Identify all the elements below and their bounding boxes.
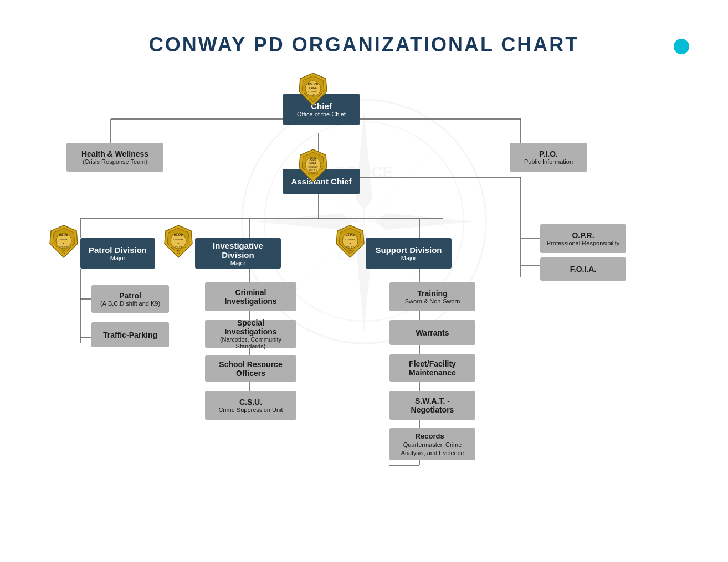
special-inv-box: Special Investigations (Narcotics, Commu… <box>205 320 296 348</box>
svg-text:AR: AR <box>311 172 315 175</box>
svg-text:ASST.: ASST. <box>310 158 317 161</box>
svg-text:AR: AR <box>177 249 180 252</box>
support-div-box: Support Division Major <box>366 238 452 269</box>
patrol-box: Patrol (A,B,C,D shift and K9) <box>91 285 169 313</box>
svg-text:CONWAY: CONWAY <box>308 166 318 168</box>
svg-text:AR: AR <box>62 249 65 252</box>
foia-box: F.O.I.A. <box>540 257 626 281</box>
svg-text:CHIEF: CHIEF <box>309 162 317 164</box>
health-wellness-box: Health & Wellness (Crisis Response Team) <box>66 143 163 172</box>
svg-text:CONWAY: CONWAY <box>345 238 355 241</box>
teal-dot <box>674 39 689 54</box>
records-box: Records – Quartermaster, Crime Analysis,… <box>389 428 475 460</box>
patrol-div-box: Patrol Division Major <box>80 238 155 269</box>
svg-text:MAJOR: MAJOR <box>59 234 69 237</box>
svg-text:POLICE: POLICE <box>60 246 68 249</box>
svg-text:POLICE: POLICE <box>175 246 183 249</box>
org-chart-lines <box>0 66 728 562</box>
page-title: CONWAY PD ORGANIZATIONAL CHART <box>0 0 728 68</box>
svg-text:★: ★ <box>177 243 180 245</box>
chart-container: POLICE CHIEF CONWAY AR Chief Office of t… <box>0 66 728 562</box>
opr-box: O.P.R. Professional Responsibility <box>540 224 626 253</box>
svg-text:★: ★ <box>349 243 351 245</box>
svg-text:AR: AR <box>311 94 315 96</box>
traffic-parking-box: Traffic-Parking <box>91 322 169 347</box>
svg-text:MAJOR: MAJOR <box>346 234 355 237</box>
svg-text:CONWAY: CONWAY <box>173 238 183 241</box>
svg-text:POLICE: POLICE <box>309 169 317 172</box>
school-resource-box: School Resource Officers <box>205 355 296 382</box>
svg-text:★: ★ <box>63 243 65 245</box>
svg-text:POLICE: POLICE <box>346 246 355 249</box>
criminal-inv-box: Criminal Investigations <box>205 282 296 311</box>
training-box: Training Sworn & Non-Sworn <box>389 282 475 311</box>
support-badge: MAJOR CONWAY ★ POLICE AR <box>335 224 370 263</box>
pio-box: P.I.O. Public Information <box>510 143 587 172</box>
svg-text:MAJOR: MAJOR <box>174 234 183 237</box>
investigative-badge: MAJOR CONWAY ★ POLICE AR <box>163 224 198 263</box>
svg-text:AR: AR <box>348 249 352 252</box>
svg-text:POLICE: POLICE <box>308 83 319 86</box>
patrol-badge: MAJOR CONWAY ★ POLICE AR <box>49 224 83 263</box>
asst-chief-badge: ASST. CHIEF CONWAY POLICE AR <box>298 148 332 187</box>
svg-text:CONWAY: CONWAY <box>308 90 318 93</box>
csu-box: C.S.U. Crime Suppression Unit <box>205 391 296 420</box>
swat-box: S.W.A.T. - Negotiators <box>389 391 475 420</box>
warrants-box: Warrants <box>389 320 475 345</box>
records-label: Records <box>416 432 444 440</box>
chief-badge: POLICE CHIEF CONWAY AR <box>298 72 332 111</box>
fleet-box: Fleet/Facility Maintenance <box>389 354 475 382</box>
svg-text:CONWAY: CONWAY <box>59 238 69 241</box>
svg-text:CHIEF: CHIEF <box>309 87 317 90</box>
investigative-div-box: Investigative Division Major <box>195 238 281 269</box>
